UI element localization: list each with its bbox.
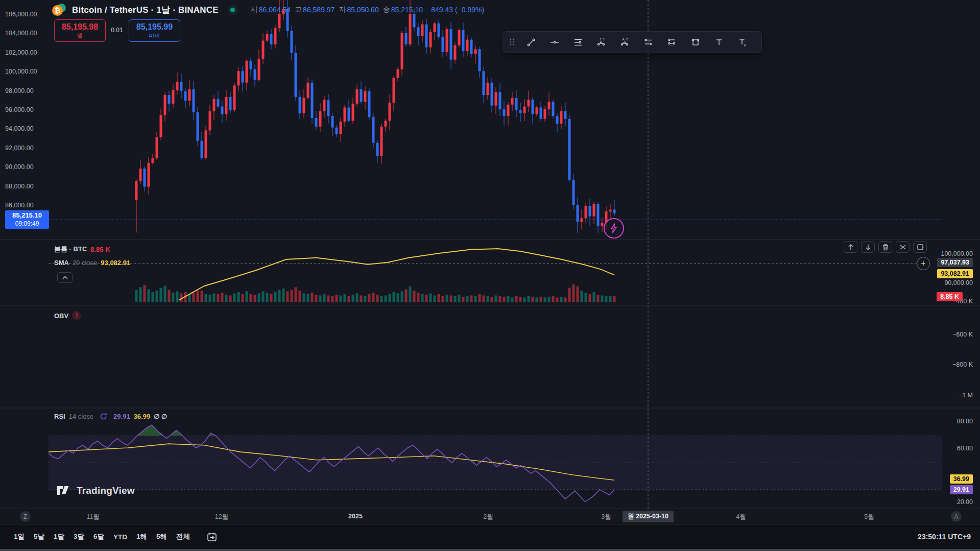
sma-name: SMA [54,259,69,267]
obv-legend[interactable]: OBV ! [54,311,81,320]
scroll-right-a-button[interactable]: A [951,511,962,522]
move-pane-up-button[interactable] [844,241,857,253]
volume-legend[interactable]: 볼륨 · BTC 8.85 K [54,245,110,254]
xabcd-pattern-tool-button[interactable]: 15 [591,33,612,52]
high-value: 86,589.97 [303,6,334,14]
rectangle-tool-button[interactable] [685,33,706,52]
range-6달[interactable]: 6달 [89,530,109,544]
sma-legend[interactable]: SMA 20 close 93,082.91 [54,259,130,267]
window-edge [0,549,980,551]
volume-title: 볼륨 · BTC [54,245,87,254]
move-pane-down-button[interactable] [861,241,875,253]
sell-button[interactable]: 85,195.98 셀 [54,19,106,42]
abc-pattern-tool-button[interactable]: AC [614,33,636,52]
anchored-text-tool-button[interactable] [732,33,753,52]
buy-button[interactable]: 85,195.99 바이 [129,19,180,42]
toolbar-divider [199,531,199,542]
time-tick: 11월 [86,513,99,521]
chart-canvas[interactable] [0,0,980,509]
move-pane-down-icon [864,243,872,251]
abc-pattern-icon: AC [620,38,630,47]
svg-text:C: C [626,38,629,41]
lightning-icon [610,223,618,233]
rectangle-icon [691,38,700,47]
rsi-ma-label: 36.99 [950,474,973,484]
sma-value: 93,082.91 [101,259,130,267]
instant-order-lightning-badge[interactable] [604,218,624,238]
last-price-value: 85,215.10 [12,211,42,220]
collapse-pane-icon [916,243,924,251]
range-전체[interactable]: 전체 [172,530,195,544]
rsi-legend[interactable]: RSI 14 close 29.91 36.99 ∅ ∅ [54,412,167,421]
svg-text:1: 1 [600,38,602,41]
range-1일[interactable]: 1일 [9,530,29,544]
projection-icon [667,38,677,47]
collapse-pane-button[interactable] [913,241,927,253]
range-3달[interactable]: 3달 [69,530,89,544]
drawing-favorites-toolbar[interactable]: 15AC [503,31,762,53]
collapse-legend-button[interactable] [57,272,73,283]
buy-label: 바이 [149,32,160,39]
server-clock[interactable]: 23:50:11 UTC+9 [918,533,971,541]
market-open-dot[interactable] [230,8,235,12]
range-5해[interactable]: 5해 [152,530,172,544]
range-5날[interactable]: 5날 [29,530,49,544]
text-tool-icon [714,38,724,47]
price-tick: 94,000.00 [5,125,45,132]
trend-line-icon [527,38,536,47]
open-label: 시 [251,5,258,14]
price-tick: −800 K [931,361,973,368]
fib-retracement-tool-button[interactable] [567,33,589,52]
price-tick: 90,000.00 [931,279,973,286]
long-position-tool-button[interactable] [638,33,659,52]
tradingview-logo-icon [57,486,73,496]
svg-text:5: 5 [603,38,605,41]
horizontal-line-icon [550,38,559,47]
time-tick: 4월 [736,513,746,521]
rsi-value-label: 29.91 [950,485,973,494]
spread-value: 0.01 [105,27,129,34]
refresh-icon[interactable] [99,412,108,421]
price-tick: 88,000.00 [5,183,45,190]
tradingview-logo[interactable]: TradingView [57,485,135,496]
time-tick: 12월 [215,513,228,521]
symbol-title[interactable]: Bitcoin / TetherUS · 1날 · BINANCE [72,4,219,16]
range-1해[interactable]: 1해 [132,530,152,544]
price-tick: 90,000.00 [5,163,45,171]
rsi-title: RSI [54,413,65,420]
rsi-params: 14 close [69,413,93,420]
time-axis[interactable]: Z 11월12월20252월3월4월5월 월 2025-03-10 A [0,509,980,524]
ohlc-values: 시86,064.54 고86,589.97 저85,050.60 종85,215… [251,5,484,14]
projection-tool-button[interactable] [661,33,683,52]
rsi-value: 29.91 [113,413,130,420]
maximize-pane-icon [899,243,907,251]
low-label: 저 [339,5,346,14]
chevron-up-icon [62,276,68,279]
horizontal-line-tool-button[interactable] [544,33,565,52]
sma-params: 20 close [73,259,97,267]
time-tick: 3월 [601,513,611,521]
price-tick: 100,000.00 [5,68,45,75]
price-tick: 98,000.00 [5,87,45,94]
study-error-icon[interactable]: ! [72,311,81,320]
volume-value-label: 8.85 K [937,292,963,301]
toolbar-drag-handle[interactable] [507,33,518,52]
calendar-goto-icon [207,532,217,542]
change-value: −849.43 (−0.99%) [427,6,484,14]
add-alert-plus-button[interactable]: + [917,257,930,270]
scroll-left-z-button[interactable]: Z [20,511,31,522]
delete-pane-button[interactable] [878,241,892,253]
go-to-date-button[interactable] [203,529,221,544]
text-tool-tool-button[interactable] [708,33,730,52]
trend-line-tool-button[interactable] [520,33,542,52]
time-tick: 2025 [348,513,363,520]
long-position-icon [644,38,653,47]
maximize-pane-button[interactable] [896,241,910,253]
price-tick: 20.00 [931,498,973,506]
price-tick: 86,000.00 [5,202,45,209]
crosshair-date-label: 월 2025-03-10 [623,511,674,522]
range-1달[interactable]: 1달 [49,530,69,544]
anchored-text-icon [738,38,747,47]
range-YTD[interactable]: YTD [109,531,132,543]
price-tick: 106,000.00 [5,11,45,18]
